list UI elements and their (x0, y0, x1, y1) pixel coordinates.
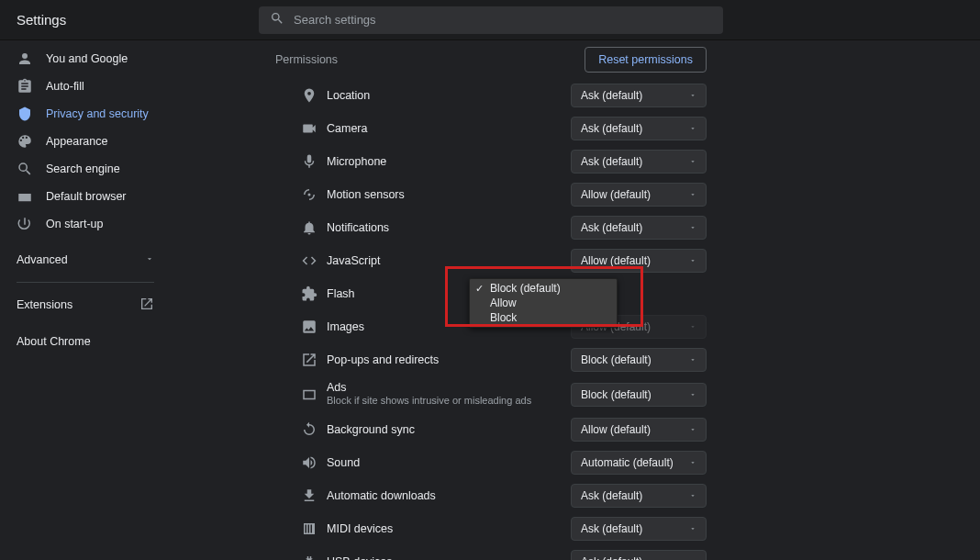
sidebar: You and Google Auto-fill Privacy and sec… (0, 40, 171, 560)
sidebar-item-auto-fill[interactable]: Auto-fill (0, 73, 171, 100)
sidebar-item-label: Auto-fill (46, 80, 84, 93)
sidebar-item-privacy-security[interactable]: Privacy and security (0, 100, 171, 128)
perm-select-camera[interactable]: Ask (default) (571, 117, 707, 140)
sound-icon (301, 454, 317, 471)
code-icon (301, 252, 317, 269)
divider (17, 282, 154, 283)
perm-select-sound[interactable]: Automatic (default) (571, 451, 707, 475)
perm-row-ads: Ads Block if site shows intrusive or mis… (259, 376, 723, 413)
sidebar-item-search-engine[interactable]: Search engine (0, 155, 171, 183)
flash-option-block-default[interactable]: Block (default) (470, 281, 617, 296)
perm-select-automatic-downloads[interactable]: Ask (default) (571, 484, 707, 508)
sidebar-item-label: Privacy and security (46, 107, 149, 120)
flash-option-block[interactable]: Block (470, 310, 617, 325)
perm-select-ads[interactable]: Block (default) (571, 383, 707, 407)
perm-row-midi-devices: MIDI devices Ask (default) (259, 512, 723, 545)
sidebar-item-you-and-google[interactable]: You and Google (0, 45, 171, 73)
perm-row-microphone: Microphone Ask (default) (259, 145, 723, 178)
motion-icon (301, 186, 317, 203)
power-icon (17, 216, 33, 232)
sidebar-item-label: Default browser (46, 190, 127, 203)
perm-row-location: Location Ask (default) (259, 79, 723, 112)
sidebar-advanced-label: Advanced (17, 253, 68, 266)
usb-icon (301, 554, 317, 560)
image-icon (301, 319, 317, 335)
perm-name: USB devices (327, 555, 571, 560)
external-link-icon (139, 297, 154, 314)
shield-icon (17, 106, 33, 122)
sidebar-item-extensions[interactable]: Extensions (0, 286, 171, 323)
content-area: Permissions Reset permissions Location A… (171, 40, 980, 560)
bell-icon (301, 219, 317, 236)
perm-row-popups: Pop-ups and redirects Block (default) (259, 343, 723, 376)
perm-name: Camera (327, 122, 571, 135)
perm-name: Sound (327, 456, 571, 469)
perm-select-midi-devices[interactable]: Ask (default) (571, 517, 707, 541)
page-title: Settings (0, 12, 259, 28)
popup-icon (301, 352, 317, 368)
perm-name: JavaScript (327, 254, 571, 267)
perm-subtitle: Block if site shows intrusive or mislead… (327, 394, 571, 408)
perm-row-sound: Sound Automatic (default) (259, 446, 723, 479)
top-bar: Settings (0, 0, 980, 40)
sidebar-item-appearance[interactable]: Appearance (0, 128, 171, 155)
camera-icon (301, 120, 317, 137)
search-icon (17, 161, 33, 177)
flash-option-allow[interactable]: Allow (470, 296, 617, 310)
search-input[interactable] (294, 13, 712, 27)
perm-row-motion-sensors: Motion sensors Allow (default) (259, 178, 723, 211)
sidebar-advanced-toggle[interactable]: Advanced (0, 238, 171, 282)
perm-select-location[interactable]: Ask (default) (571, 84, 707, 107)
perm-row-automatic-downloads: Automatic downloads Ask (default) (259, 479, 723, 512)
sync-icon (301, 421, 317, 438)
permissions-title: Permissions (275, 53, 338, 66)
perm-row-javascript: JavaScript Allow (default) (259, 244, 723, 277)
perm-select-javascript[interactable]: Allow (default) (571, 249, 707, 273)
clipboard-icon (17, 78, 33, 95)
download-icon (301, 487, 317, 504)
search-icon (270, 11, 294, 29)
sidebar-item-on-startup[interactable]: On start-up (0, 210, 171, 238)
perm-select-notifications[interactable]: Ask (default) (571, 216, 707, 240)
permissions-header: Permissions Reset permissions (259, 40, 723, 79)
microphone-icon (301, 153, 317, 170)
perm-select-usb-devices[interactable]: Ask (default) (571, 550, 707, 560)
sidebar-item-default-browser[interactable]: Default browser (0, 183, 171, 210)
palette-icon (17, 133, 33, 150)
sidebar-item-label: You and Google (46, 52, 128, 65)
perm-name: Notifications (327, 221, 571, 234)
sidebar-item-label: Search engine (46, 162, 120, 175)
reset-permissions-button[interactable]: Reset permissions (585, 47, 707, 73)
perm-row-camera: Camera Ask (default) (259, 112, 723, 145)
location-icon (301, 87, 317, 104)
perm-name: Ads (327, 381, 571, 394)
search-field[interactable] (259, 6, 723, 34)
perm-select-motion-sensors[interactable]: Allow (default) (571, 183, 707, 207)
perm-row-notifications: Notifications Ask (default) (259, 211, 723, 244)
flash-dropdown-menu: Block (default) Allow Block (469, 278, 618, 328)
sidebar-item-about[interactable]: About Chrome (0, 323, 171, 360)
sidebar-item-label: About Chrome (17, 335, 91, 348)
perm-name: Background sync (327, 423, 571, 436)
sidebar-item-label: On start-up (46, 218, 104, 230)
perm-select-background-sync[interactable]: Allow (default) (571, 418, 707, 442)
chevron-down-icon (145, 253, 154, 266)
browser-icon (17, 188, 33, 205)
perm-select-microphone[interactable]: Ask (default) (571, 150, 707, 174)
extension-icon (301, 286, 317, 302)
sidebar-item-label: Appearance (46, 135, 107, 148)
perm-name: Location (327, 89, 571, 102)
perm-name: Pop-ups and redirects (327, 353, 571, 366)
perm-select-popups[interactable]: Block (default) (571, 348, 707, 372)
perm-name: Microphone (327, 155, 571, 168)
perm-name: Automatic downloads (327, 489, 571, 502)
person-icon (17, 50, 33, 67)
perm-row-background-sync: Background sync Allow (default) (259, 413, 723, 446)
midi-icon (301, 521, 317, 537)
perm-row-usb-devices: USB devices Ask (default) (259, 545, 723, 560)
ads-icon (301, 386, 317, 403)
perm-name: Motion sensors (327, 188, 571, 201)
sidebar-item-label: Extensions (17, 298, 72, 311)
perm-name: MIDI devices (327, 522, 571, 535)
